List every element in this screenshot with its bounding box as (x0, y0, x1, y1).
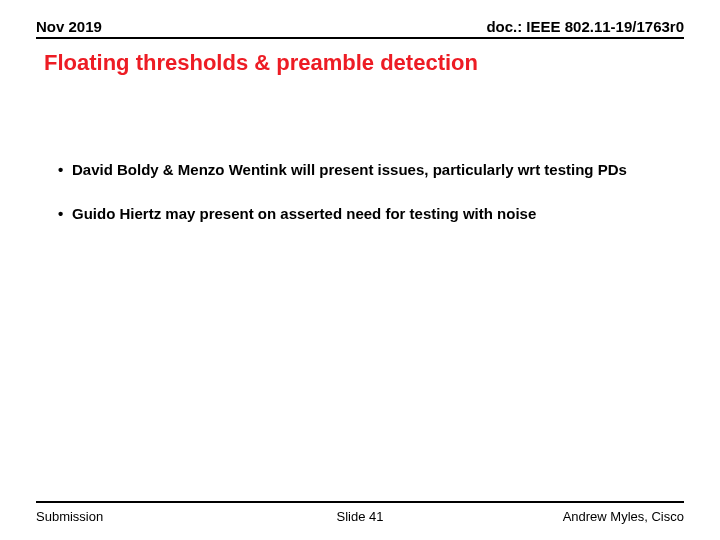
bullet-dot-icon: • (58, 160, 72, 180)
footer-left: Submission (36, 509, 103, 524)
bullet-item: • David Boldy & Menzo Wentink will prese… (58, 160, 660, 180)
bullet-text: Guido Hiertz may present on asserted nee… (72, 204, 660, 224)
header-doc: doc.: IEEE 802.11-19/1763r0 (486, 18, 684, 35)
body: • David Boldy & Menzo Wentink will prese… (58, 160, 660, 249)
slide: Nov 2019 doc.: IEEE 802.11-19/1763r0 Flo… (0, 0, 720, 540)
footer-author: Andrew Myles, Cisco (563, 509, 684, 524)
footer-row: Slide 41 Submission Andrew Myles, Cisco (36, 509, 684, 524)
footer-rule (36, 501, 684, 503)
bullet-text: David Boldy & Menzo Wentink will present… (72, 160, 660, 180)
header-date: Nov 2019 (36, 18, 102, 35)
header-row: Nov 2019 doc.: IEEE 802.11-19/1763r0 (36, 18, 684, 39)
slide-title: Floating thresholds & preamble detection (44, 50, 684, 76)
bullet-dot-icon: • (58, 204, 72, 224)
footer: Slide 41 Submission Andrew Myles, Cisco (36, 501, 684, 524)
bullet-item: • Guido Hiertz may present on asserted n… (58, 204, 660, 224)
header: Nov 2019 doc.: IEEE 802.11-19/1763r0 (36, 18, 684, 39)
